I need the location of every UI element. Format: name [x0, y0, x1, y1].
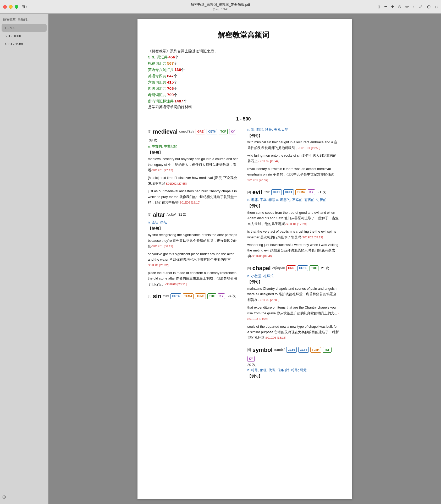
stat-total: 所有词汇标注共 1487个 [148, 98, 240, 104]
badge-cet6-6: CET6 [286, 347, 297, 353]
badge-tem4-3: TEM4 [183, 293, 194, 299]
phonetic-evil: /i:vl/ [264, 189, 270, 195]
badge-gre-1: GRE [196, 129, 205, 135]
right-column: n. 罪, 犯罪, 过失, 失礼 v. 犯 【例句】 with musical … [247, 127, 339, 384]
phonetic-medieval: /.medi'i:vl/ [179, 129, 194, 134]
def-chapel: n. 小教堂, 礼拜式 [247, 273, 339, 279]
add-button[interactable]: ⊕ [2, 494, 6, 500]
left-column: [1] medieval /.medi'i:vl/ GRE CET6 TOF K… [148, 127, 240, 384]
source-sin-2: -S01E02 [20:44] [258, 160, 279, 163]
word-header-altar: [2] altar /'ɔ:ltə/ 31 次 [148, 210, 240, 219]
word-entry-symbol: [6] symbol /sɪmbl/ CET6 CET4 TEM4 TOF KY… [247, 345, 339, 379]
badge-cet4-4: CET4 [283, 189, 294, 195]
example-medieval-3: just as our medieval ancestors had built… [148, 188, 240, 205]
section-title: 1 - 500 [148, 115, 339, 123]
badge-ky-4: KY [308, 189, 315, 195]
word-header-medieval: [1] medieval /.medi'i:vl/ GRE CET6 TOF K… [148, 127, 240, 143]
sidebar-item-501-1000[interactable]: 501 - 1000 [2, 32, 47, 40]
word-symbol: symbol [252, 345, 273, 354]
badge-ky-3: KY [218, 293, 225, 299]
count-evil: 21 次 [318, 189, 326, 195]
badge-cet6-5: CET6 [297, 265, 308, 271]
titlebar-center: 解密教堂_高频词_按频率_带例句版.pdf 页码：1/148 [191, 2, 250, 11]
example-label-altar: 【例句】 [148, 226, 240, 232]
stat-conclusion: 是学习英语背单词的好材料 [148, 104, 240, 110]
source-altar-1: -S01E01 [06:12] [151, 245, 173, 248]
badge-tof-6: TOF [323, 347, 332, 353]
word-chapel: chapel [252, 264, 271, 273]
toolbar-icons: ℹ − + ⎋ ✏ › ⤢ ⊙ ⌕ [378, 4, 438, 10]
minimize-button[interactable] [9, 5, 13, 9]
badge-tof-3: TOF [207, 293, 216, 299]
example-chapel-3: souls of the departed now a new type of … [247, 324, 339, 341]
sidebar-bottom: ⊕ [0, 492, 48, 502]
pdf-page: 解密教堂高频词 《解密教堂》系列台词去除基础词汇之后， GRE 词汇共 456个… [137, 19, 352, 499]
sidebar-toggle-icon[interactable]: ⊞ [21, 4, 25, 9]
traffic-lights [3, 5, 18, 9]
word-entry-sin-right: n. 罪, 犯罪, 过失, 失礼 v. 犯 【例句】 with musical … [247, 127, 339, 183]
pagenum-label: 页码：1/148 [191, 7, 250, 11]
zoom-out-icon[interactable]: − [384, 4, 387, 9]
source-medieval-1: -S01E01 [27:13] [151, 169, 173, 172]
def-symbol: n. 符号, 象征, 代号, 信条 [计] 符号; 码元 [247, 368, 339, 373]
main-layout: 解密教堂_高频词... 1 - 500 501 - 1000 1001 - 15… [0, 14, 441, 504]
intro-right [247, 48, 339, 110]
example-evil-1: them some seeds from the tree of good an… [247, 210, 339, 227]
def-evil: n. 邪恶, 不幸, 罪恶 a. 邪恶的, 不幸的, 有害的, 讨厌的 [247, 197, 339, 203]
stat-cet6: 六级词汇共 415个 [148, 79, 240, 85]
stat-toefl: 托福词汇共 567个 [148, 60, 240, 67]
filename-label: 解密教堂_高频词_按频率_带例句版.pdf [191, 2, 250, 7]
source-chapel-1: -S01E02 [28:05] [258, 298, 279, 302]
source-sin-1: -S01E01 [19:50] [299, 146, 320, 150]
sidebar-item-1-500[interactable]: 1 - 500 [2, 24, 47, 32]
def-sin: n. 罪, 犯罪, 过失, 失礼 v. 犯 [247, 127, 339, 133]
example-medieval-1: medieval bestiary but anybody can go int… [148, 156, 240, 173]
badge-cet4-3: CET4 [170, 293, 181, 299]
search-icon[interactable]: ⌕ [435, 4, 438, 9]
example-sin-1: with musical sin hair caught in a lectur… [247, 139, 339, 151]
source-chapel-2: -S01E03 [24:08] [247, 312, 339, 320]
badge-cet6-1: CET6 [207, 129, 217, 135]
stat-tem4: 英语专四共 647个 [148, 73, 240, 79]
word-entry-chapel: [5] chapel /ˈtʃæpəl/ GRE CET6 TOF 21 次 n… [247, 264, 339, 341]
sidebar-item-1001-1500[interactable]: 1001 - 1500 [2, 40, 47, 48]
word-num-1: [1] [148, 129, 151, 134]
search-doc-icon[interactable]: ⊙ [427, 4, 431, 10]
word-entry-medieval: [1] medieval /.medi'i:vl/ GRE CET6 TOF K… [148, 127, 240, 205]
phonetic-sin: /sin/ [163, 293, 169, 299]
info-icon[interactable]: ℹ [378, 4, 380, 10]
share-icon[interactable]: ⎋ [398, 4, 401, 9]
source-altar-2: -S01E01 [21:32] [148, 258, 232, 267]
pdf-area: 解密教堂高频词 《解密教堂》系列台词去除基础词汇之后， GRE 词汇共 456个… [48, 14, 441, 504]
badge-tem4-6: TEM4 [310, 347, 321, 353]
example-evil-2: is that the very act of baptism is crush… [247, 229, 339, 240]
annotate-chevron[interactable]: › [413, 5, 415, 9]
sidebar-header: 解密教堂_高频词... [0, 16, 48, 24]
badge-ky-6: KY [247, 356, 255, 362]
example-label-medieval: 【例句】 [148, 150, 240, 156]
word-altar: altar [153, 210, 165, 219]
badge-gre-5: GRE [286, 265, 296, 271]
stat-gre: GRE 词汇共 456个 [148, 54, 240, 60]
source-altar-3: -S01E06 [23:21] [165, 283, 187, 286]
close-button[interactable] [3, 5, 7, 9]
maximize-button[interactable] [15, 5, 18, 9]
stat-tem8: 英语专八词汇共 136个 [148, 67, 240, 73]
fullscreen-icon[interactable]: ⤢ [419, 4, 423, 10]
example-altar-1: by first recognizing the significance of… [148, 232, 240, 249]
badge-ky-1: KY [229, 129, 236, 135]
def-medieval: a. 中古的, 中世纪的 [148, 144, 240, 149]
stat-kaoyan: 考研词汇共 790个 [148, 92, 240, 98]
source-evil-1: -S01E01 [17:29] [285, 222, 307, 226]
example-chapel-1: maintains Chantry chapels and scenes of … [247, 286, 339, 303]
badge-tof-5: TOF [310, 265, 318, 271]
badge-tof-1: TOF [219, 129, 228, 135]
intro-text: 《解密教堂》系列台词去除基础词汇之后， [148, 48, 240, 54]
zoom-in-icon[interactable]: + [391, 4, 394, 9]
badge-cet6-4: CET6 [271, 189, 282, 195]
annotate-icon[interactable]: ✏ [405, 4, 409, 10]
badge-tem8-3: TEM8 [195, 293, 206, 299]
example-label-chapel: 【例句】 [247, 279, 339, 285]
example-altar-3: place the author is made of concrete but… [148, 270, 240, 287]
source-chapel-3: -S01E06 [18:16] [264, 336, 286, 339]
